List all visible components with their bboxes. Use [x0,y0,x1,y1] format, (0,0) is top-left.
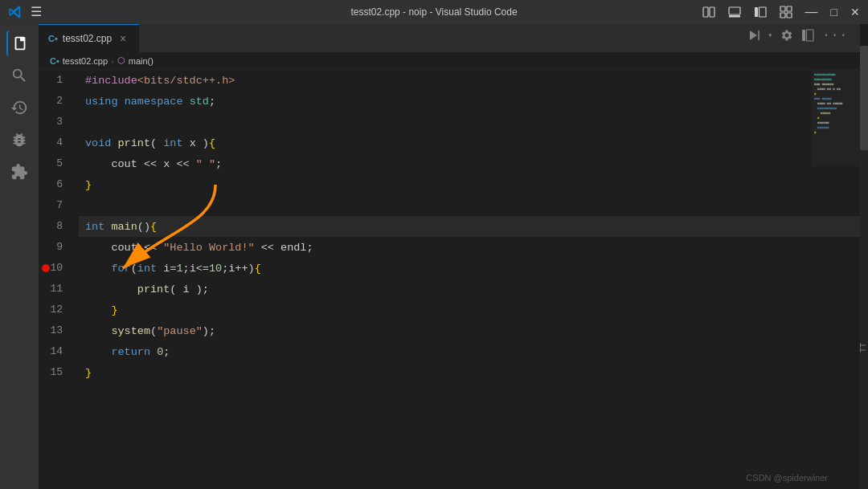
line-num-1: 1 [39,70,71,91]
scrollbar-handle[interactable] [860,70,868,150]
breadcrumb: C• tesst02.cpp › ⬡ main() [39,52,860,70]
breadcrumb-func-icon: ⬡ [117,55,125,66]
scrollbar-label: TT [859,343,868,352]
code-line-6: } [79,174,860,195]
tab-name: tesst02.cpp [63,33,112,44]
svg-rect-4 [755,7,758,17]
svg-rect-2 [729,7,740,14]
tab-close-button[interactable]: × [117,32,129,45]
code-line-15: } [79,362,860,383]
svg-rect-3 [729,15,740,18]
activity-icon-extensions[interactable] [6,159,32,185]
tab-file-icon: C• [48,34,58,43]
code-line-12: } [79,300,860,320]
code-content[interactable]: #include<bits/stdc++.h> using namespace … [79,70,860,489]
line-num-3: 3 [39,112,71,132]
menu-icon[interactable]: ☰ [31,4,42,20]
line-num-9: 9 [39,237,71,258]
code-line-10: for(int i=1;i<=10;i++){ [79,258,860,279]
line-num-13: 13 [39,320,71,341]
line-num-2: 2 [39,91,71,112]
code-editor[interactable]: 1 2 3 4 5 6 7 8 9 10 11 12 13 14 15 #inc… [39,70,860,489]
editor-action-icons: ▾ ··· [747,28,848,43]
code-line-14: return 0; [79,341,860,362]
code-line-8: int main(){ [79,216,860,237]
minimap: ■■■■■■■■■■■ ■■■■■■■■■ ■■■ ■■■■■■ ■■■■ ■■… [812,70,860,166]
scrollbar-track[interactable]: TT [860,70,868,489]
line-num-14: 14 [39,341,71,362]
tab-bar: C• tesst02.cpp × ▾ ··· [39,24,860,52]
svg-rect-5 [759,7,766,17]
line-num-10: 10 [39,258,71,279]
svg-rect-7 [787,6,792,11]
run-split-icon[interactable] [747,29,760,42]
line-num-12: 12 [39,300,71,320]
line-num-6: 6 [39,174,71,195]
svg-rect-0 [703,7,708,17]
code-line-5: cout << x << " "; [79,153,860,174]
more-options-icon[interactable]: ··· [822,28,848,43]
line-num-11: 11 [39,279,71,300]
activity-icon-debug[interactable] [6,127,32,153]
close-button[interactable]: ✕ [850,6,860,18]
titlebar-controls: — □ ✕ [702,5,860,19]
breadcrumb-file-icon: C• [50,56,59,66]
svg-rect-8 [780,13,785,18]
titlebar: ☰ tesst02.cpp - noip - Visual Studio Cod… [0,0,868,24]
maximize-button[interactable]: □ [831,6,837,18]
line-num-15: 15 [39,362,71,383]
activity-icon-git[interactable] [6,95,32,120]
run-dropdown-icon[interactable]: ▾ [768,31,772,40]
code-line-11: print( i ); [79,279,860,300]
code-line-13: system("pause"); [79,320,860,341]
code-line-3 [79,112,860,132]
layout-panel-icon[interactable] [728,6,741,18]
svg-rect-9 [787,13,792,18]
svg-marker-10 [750,31,757,40]
titlebar-left: ☰ [8,4,42,20]
line-num-5: 5 [39,153,71,174]
minimize-button[interactable]: — [805,5,818,19]
svg-rect-12 [802,30,805,41]
line-num-4: 4 [39,132,71,153]
line-num-7: 7 [39,195,71,216]
breadcrumb-file[interactable]: tesst02.cpp [63,56,108,66]
titlebar-title: tesst02.cpp - noip - Visual Studio Code [350,6,517,18]
code-line-1: #include<bits/stdc++.h> [79,70,860,91]
breakpoint-indicator [42,264,50,272]
editor-area: C• tesst02.cpp × ▾ ··· C• [39,24,860,489]
code-line-2: using namespace std; [79,91,860,112]
breadcrumb-sep: › [111,56,114,66]
vscode-logo-icon [8,5,23,19]
sidebar-toggle-icon[interactable] [801,29,814,42]
layout-grid-icon[interactable] [780,6,792,18]
svg-rect-6 [780,6,785,11]
code-line-4: void print( int x ){ [79,132,860,153]
watermark: CSDN @spiderwiner [746,473,828,483]
svg-rect-13 [807,30,814,41]
code-line-7 [79,195,860,216]
activity-bar [0,24,39,489]
line-num-8: 8 [39,216,71,237]
line-numbers: 1 2 3 4 5 6 7 8 9 10 11 12 13 14 15 [39,70,79,489]
svg-rect-1 [710,7,714,17]
layout-sidebar-icon[interactable] [754,6,767,18]
breadcrumb-func[interactable]: main() [129,56,154,66]
gear-icon[interactable] [780,29,793,42]
tab-tesst02[interactable]: C• tesst02.cpp × [39,24,139,52]
code-line-9: cout << "Hello World!" << endl; [79,237,860,258]
layout-split-icon[interactable] [702,6,715,18]
activity-icon-files[interactable] [6,31,32,56]
activity-icon-search[interactable] [6,63,32,88]
